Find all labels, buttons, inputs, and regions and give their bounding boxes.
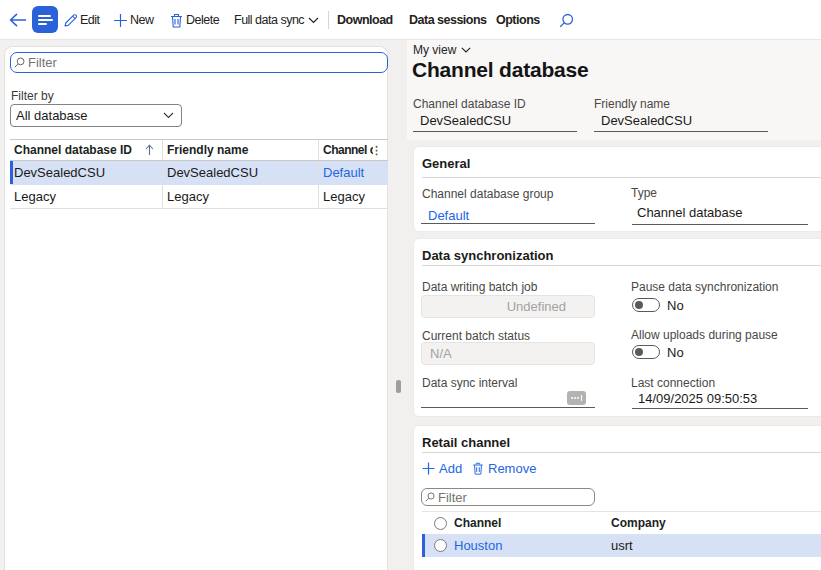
data-sync-interval-label: Data sync interval <box>422 376 517 390</box>
remove-label: Remove <box>488 461 536 476</box>
data-writing-batch-job-label: Data writing batch job <box>422 280 537 294</box>
retail-channel-section-title[interactable]: Retail channel <box>422 435 510 450</box>
database-row-legacy[interactable]: Legacy Legacy Legacy <box>10 185 388 209</box>
download-button[interactable]: Download <box>337 0 393 40</box>
remove-button[interactable]: Remove <box>472 461 536 476</box>
full-data-sync-label: Full data sync <box>234 13 304 27</box>
toggle-navigation-pane-button[interactable] <box>32 6 58 33</box>
new-label: New <box>130 13 154 27</box>
pause-data-synchronization-label: Pause data synchronization <box>631 280 778 294</box>
sort-ascending-icon <box>145 144 154 156</box>
column-header-company[interactable]: Company <box>611 516 666 530</box>
delete-button[interactable]: Delete <box>170 0 219 40</box>
data-synchronization-section: Data synchronization Data writing batch … <box>413 238 821 417</box>
new-button[interactable]: New <box>113 0 154 40</box>
data-sync-interval-flyout-button[interactable] <box>567 391 586 405</box>
data-synchronization-section-title[interactable]: Data synchronization <box>422 248 553 263</box>
options-button[interactable]: Options <box>496 0 540 40</box>
type-underline <box>632 224 808 225</box>
remove-trash-icon <box>472 462 484 475</box>
retail-channel-filter-input[interactable]: Filter <box>421 488 595 506</box>
pencil-icon <box>63 13 78 28</box>
last-connection-label: Last connection <box>631 376 715 390</box>
list-filter-placeholder: Filter <box>28 55 57 70</box>
data-sync-interval-underline <box>421 407 595 408</box>
command-bar: Edit New Delete Full data sync Download … <box>0 0 821 40</box>
edit-label: Edit <box>80 13 100 27</box>
list-panel: Filter Filter by All database Channel da… <box>4 46 388 570</box>
column-header-friendly-name[interactable]: Friendly name <box>163 140 319 160</box>
channel-database-group-value[interactable]: Default <box>428 208 469 223</box>
channel-database-group-label: Channel database group <box>422 187 553 201</box>
options-label: Options <box>496 13 540 27</box>
general-section-title[interactable]: General <box>422 156 470 171</box>
retail-grid-header: Channel Company <box>422 511 821 534</box>
back-arrow-icon <box>9 13 27 27</box>
chevron-down-icon <box>308 17 319 24</box>
retail-row-houston[interactable]: Houston usrt <box>422 534 821 557</box>
current-batch-status-value: N/A <box>430 346 452 361</box>
column-header-channel-group[interactable]: Channel c ⋮ <box>319 140 388 160</box>
pause-data-synchronization-toggle[interactable] <box>632 298 660 312</box>
allow-uploads-during-pause-label: Allow uploads during pause <box>631 328 778 342</box>
channel-database-id-label: Channel database ID <box>413 97 526 111</box>
cell-friendly-name: DevSealedCSU <box>163 161 319 184</box>
cell-channel-link[interactable]: Houston <box>447 538 611 553</box>
filter-by-select[interactable]: All database <box>10 104 182 127</box>
add-plus-icon <box>422 462 435 475</box>
toggle-knob <box>635 348 643 356</box>
filter-search-icon <box>14 57 25 68</box>
toolbar-search-button[interactable] <box>559 0 574 40</box>
add-button[interactable]: Add <box>422 461 462 476</box>
row-radio[interactable] <box>434 539 447 552</box>
current-batch-status-input: N/A <box>421 342 595 365</box>
cell-group-link[interactable]: Default <box>319 165 388 180</box>
page-title: Channel database <box>412 58 589 82</box>
channel-database-id-underline <box>413 131 577 132</box>
general-section: General Channel database group Default T… <box>413 146 821 232</box>
toolbar-divider <box>328 11 329 29</box>
data-synchronization-divider <box>422 265 821 266</box>
column-options-icon[interactable]: ⋮ <box>371 144 382 157</box>
cell-company: usrt <box>611 538 633 553</box>
friendly-name-value[interactable]: DevSealedCSU <box>601 113 692 128</box>
header-radio[interactable] <box>434 517 447 530</box>
trash-icon <box>170 13 183 28</box>
cell-database-id: Legacy <box>10 185 163 208</box>
retail-channel-section: Retail channel Add Remove Filter Chan <box>413 425 821 570</box>
type-value[interactable]: Channel database <box>637 205 743 220</box>
splitter-grip[interactable] <box>396 380 401 393</box>
retail-filter-placeholder: Filter <box>438 490 467 505</box>
toggle-knob <box>635 301 643 309</box>
friendly-name-label: Friendly name <box>594 97 670 111</box>
search-icon <box>559 13 574 28</box>
column-header-channel[interactable]: Channel <box>447 516 611 530</box>
channel-database-id-value[interactable]: DevSealedCSU <box>420 113 511 128</box>
data-writing-batch-job-input: Undefined <box>421 295 595 318</box>
retail-channel-divider <box>422 452 821 453</box>
plus-icon <box>113 13 128 28</box>
download-label: Download <box>337 13 393 27</box>
filter-by-value: All database <box>16 108 88 123</box>
data-sessions-button[interactable]: Data sessions <box>409 0 487 40</box>
pause-data-synchronization-value: No <box>667 298 684 313</box>
general-divider <box>422 177 821 178</box>
channel-database-group-underline <box>421 223 595 224</box>
last-connection-value[interactable]: 14/09/2025 09:50:53 <box>638 391 757 406</box>
allow-uploads-during-pause-toggle[interactable] <box>632 345 660 359</box>
cell-group: Legacy <box>319 189 388 204</box>
view-selector[interactable]: My view <box>413 43 471 57</box>
list-filter-input[interactable]: Filter <box>10 52 388 73</box>
edit-button[interactable]: Edit <box>63 0 100 40</box>
cell-friendly-name: Legacy <box>163 185 319 208</box>
panel-splitter[interactable] <box>389 40 407 570</box>
column-header-channel-database-id[interactable]: Channel database ID <box>10 140 163 160</box>
retail-filter-search-icon <box>425 492 435 502</box>
allow-uploads-during-pause-value: No <box>667 345 684 360</box>
data-writing-batch-job-value: Undefined <box>507 299 566 314</box>
back-button[interactable] <box>9 0 27 40</box>
select-chevron-icon <box>163 112 174 119</box>
type-label: Type <box>631 186 657 200</box>
full-data-sync-menu[interactable]: Full data sync <box>234 0 319 40</box>
database-row-devsealedcsu[interactable]: DevSealedCSU DevSealedCSU Default <box>10 161 388 185</box>
